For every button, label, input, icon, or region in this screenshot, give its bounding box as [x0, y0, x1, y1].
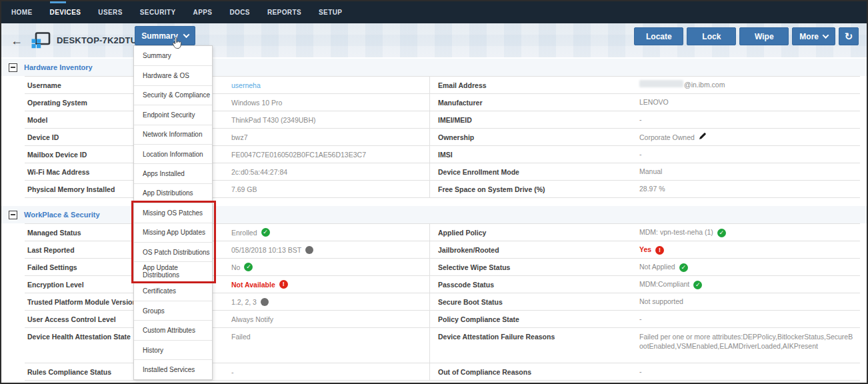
row-value: LENOVO [639, 98, 669, 106]
action-button-locate[interactable]: Locate [634, 27, 683, 45]
row-value-cell: Windows 10 Pro [231, 99, 429, 107]
nav-item-users[interactable]: USERS [89, 1, 131, 23]
check-icon: ✓ [261, 228, 270, 237]
row-value: bwz7 [231, 133, 248, 141]
row-label: Ownership [429, 133, 637, 141]
nav-item-security[interactable]: SECURITY [131, 1, 185, 23]
windows-device-icon [31, 32, 51, 49]
row-value: Not Available [231, 281, 275, 289]
row-label: Device Enrollment Mode [429, 168, 637, 176]
more-button[interactable]: More [792, 27, 835, 45]
row-value: - [639, 315, 642, 323]
row-value: - [639, 115, 642, 123]
row-value: MDM:Compliant [639, 280, 689, 288]
nav-items: HOMEDEVICESUSERSSECURITYAPPSDOCSREPORTSS… [1, 1, 351, 23]
row-value-cell: Always Notify [231, 315, 429, 323]
row-value-cell: - [637, 150, 860, 159]
view-selector-button[interactable]: Summary [135, 26, 195, 45]
nav-item-devices[interactable]: DEVICES [41, 1, 90, 23]
section-title: WorkPlace & Security [24, 211, 100, 219]
menu-item-missing-os-patches[interactable]: Missing OS Patches [134, 203, 212, 222]
row-value-cell: LENOVO [637, 98, 860, 107]
row-value: Manual [639, 167, 662, 175]
row-value-cell: 05/18/2018 10:13 BST [231, 246, 429, 254]
menu-item-summary[interactable]: Summary [134, 46, 212, 65]
check-icon: ✓ [679, 263, 688, 272]
row-label: IMEI/MEID [429, 116, 637, 124]
view-dropdown-menu: SummaryHardware & OSSecurity & Complianc… [133, 45, 213, 380]
row-value-cell: bwz7 [231, 133, 429, 141]
row-value: Corporate Owned [639, 133, 695, 141]
gray-dot-icon [261, 298, 269, 306]
row-label: Out of Compliance Reasons [429, 368, 637, 376]
value-link[interactable]: userneha [231, 81, 261, 89]
menu-item-history[interactable]: History [134, 340, 212, 359]
redacted-text [639, 80, 683, 87]
action-button-lock[interactable]: Lock [687, 27, 736, 45]
chevron-down-icon [823, 32, 829, 39]
row-label: Manufacturer [429, 99, 637, 107]
row-value-cell: MDM: vpn-test-neha (1)✓ [637, 228, 860, 237]
collapse-icon[interactable] [9, 211, 17, 219]
menu-item-custom-attributes[interactable]: Custom Attributes [134, 320, 212, 339]
device-summary-screen: HOMEDEVICESUSERSSECURITYAPPSDOCSREPORTSS… [0, 0, 868, 384]
refresh-button[interactable]: ↻ [839, 27, 859, 45]
menu-item-os-patch-distributions[interactable]: OS Patch Distributions [134, 242, 212, 261]
menu-item-missing-app-updates[interactable]: Missing App Updates [134, 223, 212, 242]
row-value: Windows 10 Pro [231, 99, 282, 107]
menu-item-installed-services[interactable]: Installed Services [134, 359, 212, 379]
row-value-cell: FE0047C7E0160502B0FC1AE56D13E3C7 [231, 151, 429, 159]
menu-item-endpoint-security[interactable]: Endpoint Security [134, 105, 212, 124]
row-value-cell: 1.2, 2, 3 [231, 298, 429, 306]
row-value-cell: Manual [637, 167, 860, 177]
row-value-cell: ThinkPad T430 (2349UBH) [231, 116, 429, 124]
menu-item-location-information[interactable]: Location Information [134, 144, 212, 163]
nav-item-reports[interactable]: REPORTS [259, 1, 310, 23]
row-value-cell: - [637, 315, 860, 324]
row-value: Not supported [639, 297, 683, 305]
more-label: More [799, 32, 819, 41]
view-selector-label: Summary [141, 31, 178, 41]
back-arrow-icon[interactable]: ← [11, 35, 23, 47]
menu-item-hardware-os[interactable]: Hardware & OS [134, 65, 212, 85]
menu-item-app-update-distributions[interactable]: App Update Distributions [134, 261, 212, 281]
row-value: MDM: vpn-test-neha (1) [639, 228, 713, 236]
row-label: Applied Policy [429, 229, 637, 237]
row-label: Free Space on System Drive (%) [429, 185, 637, 193]
nav-item-home[interactable]: HOME [3, 1, 41, 23]
row-value: 2c:d0:5a:44:27:84 [231, 168, 287, 176]
menu-item-app-distributions[interactable]: App Distributions [134, 183, 212, 203]
row-label: Policy Compliance State [429, 315, 637, 323]
row-value-cell: - [637, 367, 860, 377]
nav-item-docs[interactable]: DOCS [221, 1, 259, 23]
row-value-cell: @in.ibm.com [637, 80, 860, 90]
top-nav: HOMEDEVICESUSERSSECURITYAPPSDOCSREPORTSS… [1, 1, 867, 23]
row-label: Selective Wipe Status [429, 263, 637, 271]
check-icon: ✓ [693, 281, 702, 289]
device-details: Hardware InventoryUsernameusernehaEmail … [1, 59, 867, 384]
action-button-wipe[interactable]: Wipe [739, 27, 789, 45]
row-value-cell: userneha [231, 81, 429, 89]
menu-item-certificates[interactable]: Certificates [134, 281, 212, 301]
menu-item-security-compliance[interactable]: Security & Compliance [134, 85, 212, 105]
collapse-icon[interactable] [9, 63, 17, 72]
section-header: Hardware Inventory [1, 59, 867, 76]
row-label: Device Attestation Failure Reasons [429, 328, 637, 341]
menu-item-apps-installed[interactable]: Apps Installed [134, 163, 212, 183]
edit-pencil-icon[interactable] [699, 132, 707, 140]
menu-item-network-information[interactable]: Network Information [134, 125, 212, 144]
device-name: DESKTOP-7K2DTUJ [57, 35, 142, 45]
row-value: - [639, 150, 642, 158]
nav-item-apps[interactable]: APPS [185, 1, 221, 23]
row-label: Secure Boot Status [429, 298, 637, 306]
row-value: Enrolled [231, 229, 257, 237]
row-value: Always Notify [231, 315, 273, 323]
row-label: IMSI [429, 151, 637, 159]
row-value: - [231, 368, 234, 376]
menu-item-groups[interactable]: Groups [134, 301, 212, 320]
row-value-cell: Corporate Owned [637, 132, 860, 143]
row-value-cell: 7.69 GB [231, 185, 429, 193]
refresh-icon: ↻ [845, 31, 853, 43]
nav-item-setup[interactable]: SETUP [310, 1, 351, 23]
row-value: Not Applied [639, 263, 675, 271]
